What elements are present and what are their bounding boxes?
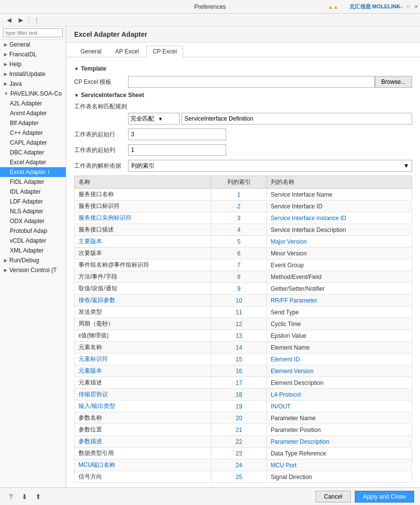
cell-colname: Service Interface Instance ID xyxy=(266,212,412,224)
sidebar-item-help[interactable]: ▶ Help xyxy=(0,59,66,69)
sidebar-item-xml[interactable]: XML Adapter xyxy=(0,246,66,255)
sidebar-item-label: Run/Debug xyxy=(9,257,39,264)
table-row: 参数名称20Parameter Name xyxy=(75,412,412,424)
cell-colname: Element Name xyxy=(266,342,412,354)
sidebar-item-version-control[interactable]: ▶ Version Control (T xyxy=(0,265,66,275)
help-icon[interactable]: ? xyxy=(6,492,16,502)
matching-rule-label: 工作表名称匹配规则 xyxy=(74,102,128,111)
sidebar-item-odx[interactable]: ODX Adapter xyxy=(0,216,66,226)
close-button[interactable]: ✕ xyxy=(412,3,420,11)
template-section-header: ▼ Template xyxy=(74,65,412,72)
cancel-button[interactable]: Cancel xyxy=(315,491,350,503)
cell-index: 16 xyxy=(211,365,267,377)
sidebar-item-label: General xyxy=(9,41,30,48)
sidebar-item-label: Java xyxy=(9,80,22,87)
search-input[interactable] xyxy=(3,28,63,37)
back-button[interactable]: ◀ xyxy=(4,15,14,25)
cell-index: 9 xyxy=(211,283,267,295)
start-col-input[interactable] xyxy=(128,144,226,156)
sidebar-item-arxml[interactable]: Arxml Adapter xyxy=(0,108,66,118)
window-controls: — □ ✕ xyxy=(396,0,420,13)
cell-name: 方法/事件/字段 xyxy=(75,271,211,283)
cell-index: 19 xyxy=(211,401,267,412)
sidebar-item-ldf[interactable]: LDF Adapter xyxy=(0,197,66,206)
sidebar-item-dbc[interactable]: DBC Adapter xyxy=(0,148,66,157)
sidebar-item-excel[interactable]: Excel Adapter xyxy=(0,157,66,167)
sidebar-item-vcdl[interactable]: vCDL Adapter xyxy=(0,236,66,246)
sidebar-item-install-update[interactable]: ▶ Install/Update xyxy=(0,69,66,79)
import-icon[interactable]: ⬇ xyxy=(20,492,29,502)
sidebar-item-blf[interactable]: Blf Adapter xyxy=(0,118,66,128)
sidebar-item-fidl[interactable]: FIDL Adapter xyxy=(0,177,66,187)
table-row: 主要版本5Major Version xyxy=(75,236,412,248)
cell-index: 22 xyxy=(211,436,267,448)
cell-colname: Event Group xyxy=(266,259,412,271)
collapse-icon[interactable]: ▼ xyxy=(74,66,79,72)
toolbar-more-button[interactable]: ⋮ xyxy=(32,15,42,25)
browse-button[interactable]: Browse... xyxy=(375,76,412,88)
cell-colname: Parameter Description xyxy=(266,436,412,448)
cp-excel-row: CP Excel 模板 Browse... xyxy=(74,76,412,88)
start-row-row: 工作表的起始行 xyxy=(74,128,412,140)
cell-index: 15 xyxy=(211,354,267,365)
sidebar-item-label: Blf Adapter xyxy=(10,120,39,126)
export-icon[interactable]: ⬆ xyxy=(33,492,43,502)
sidebar-item-label: PAVELINK.SOA-Co xyxy=(10,90,62,97)
tab-ap-excel[interactable]: AP Excel xyxy=(109,46,145,57)
arrow-icon: ▼ xyxy=(4,91,8,96)
service-interface-section-label: ServiceInterface Sheet xyxy=(81,92,144,99)
sidebar-item-cpp[interactable]: C++ Adapter xyxy=(0,128,66,138)
maximize-button[interactable]: □ xyxy=(404,3,412,11)
sidebar-item-label: FIDL Adapter xyxy=(10,178,44,185)
sidebar-item-label: DBC Adapter xyxy=(10,149,44,156)
cell-colname: Parameter Position xyxy=(266,424,412,436)
sidebar-item-idl[interactable]: IDL Adapter xyxy=(0,187,66,197)
sidebar-item-excel-adapter-selected[interactable]: Excel Adapter / xyxy=(0,167,66,177)
matching-input[interactable] xyxy=(182,113,412,125)
matching-dropdown[interactable]: 完全匹配 ▼ xyxy=(128,113,180,125)
cell-colname: RR/FF Parameter xyxy=(266,295,412,306)
cell-name: ε值(物理值) xyxy=(75,330,211,342)
minimize-button[interactable]: — xyxy=(396,3,404,11)
sidebar-item-capl[interactable]: CAPL Adapter xyxy=(0,138,66,148)
table-row: 服务接口名称1Service Interface Name xyxy=(75,189,412,201)
cell-index: 3 xyxy=(211,212,267,224)
cell-name: 元素名称 xyxy=(75,342,211,354)
table-row: 服务接口实例标识符3Service Interface Instance ID xyxy=(75,212,412,224)
parse-by-row: 工作表的解析依据 列的索引 ▼ xyxy=(74,160,412,172)
toolbar-separator xyxy=(28,16,29,24)
tab-general[interactable]: General xyxy=(74,46,108,57)
forward-button[interactable]: ▶ xyxy=(16,15,26,25)
sidebar-item-a2l[interactable]: A2L Adapter xyxy=(0,99,66,108)
cell-name: 元素标识符 xyxy=(75,354,211,365)
cell-name: 服务接口描述 xyxy=(75,224,211,236)
apply-close-button[interactable]: Apply and Close xyxy=(355,491,414,503)
cell-name: 周期（毫秒） xyxy=(75,318,211,330)
table-row: 信号方向25Signal Direction xyxy=(75,471,412,483)
footer-buttons: Cancel Apply and Close xyxy=(315,491,414,503)
sidebar-item-nls[interactable]: NLS Adapter xyxy=(0,206,66,216)
cell-name: 参数位置 xyxy=(75,424,211,436)
cell-name: 服务接口名称 xyxy=(75,189,211,201)
start-col-row: 工作表的起始列 xyxy=(74,144,412,156)
footer: ? ⬇ ⬆ Cancel Apply and Close xyxy=(0,487,420,505)
cell-colname: Minor Version xyxy=(266,248,412,259)
collapse-icon[interactable]: ▼ xyxy=(74,93,79,98)
start-row-input[interactable] xyxy=(128,128,226,140)
sidebar-item-run-debug[interactable]: ▶ Run/Debug xyxy=(0,255,66,265)
tab-cp-excel[interactable]: CP Excel xyxy=(146,46,183,57)
cell-index: 7 xyxy=(211,259,267,271)
sidebar-item-francaidl[interactable]: ▶ FrancaIDL xyxy=(0,50,66,59)
sidebar-item-general[interactable]: ▶ General xyxy=(0,40,66,50)
cp-excel-input[interactable] xyxy=(128,76,375,88)
svg-text:▲▲: ▲▲ xyxy=(328,4,339,10)
parse-select[interactable]: 列的索引 ▼ xyxy=(128,160,412,172)
sidebar-item-label: C++ Adapter xyxy=(10,129,43,136)
cell-colname: Element Description xyxy=(266,377,412,389)
sidebar-item-pavelink[interactable]: ▼ PAVELINK.SOA-Co xyxy=(0,89,66,99)
parse-select-value: 列的索引 xyxy=(131,162,155,170)
cell-name: 服务接口实例标识符 xyxy=(75,212,211,224)
tab-bar: General AP Excel CP Excel xyxy=(66,43,420,57)
sidebar-item-protobuf[interactable]: Protobuf Adap xyxy=(0,226,66,236)
sidebar-item-java[interactable]: ▶ Java xyxy=(0,79,66,89)
